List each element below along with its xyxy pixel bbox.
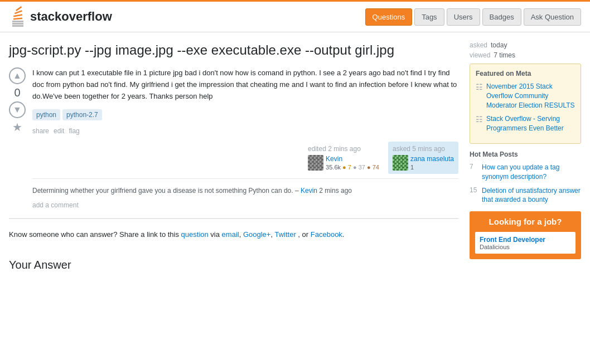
asker-card: asked 5 mins ago zana maseluta 1 [388,142,458,174]
comment-time: 2 mins ago [319,187,352,195]
editor-info: Kevin 35.6k ● 7 ● 37 ● 74 [308,155,379,171]
asker-rep: 1 [410,164,454,171]
share-link[interactable]: share [32,127,49,135]
viewed-row: viewed 7 times [470,51,581,59]
asked-row: asked today [470,41,581,49]
svg-rect-4 [13,14,22,17]
gplus-link[interactable]: Google+ [243,230,271,239]
hot-meta-item-0: 7 How can you update a tag synonym descr… [470,163,581,182]
editor-avatar [308,155,323,171]
actions-row: share edit flag [32,127,458,135]
asker-name-rep: zana maseluta 1 [410,155,454,171]
vote-up-button[interactable]: ▲ [9,67,26,84]
stackoverflow-logo-icon [9,6,27,27]
svg-rect-5 [14,10,22,14]
bookmark-button[interactable]: ★ [12,120,22,134]
svg-rect-0 [12,23,23,25]
logo: stackoverflow [9,6,112,27]
hot-meta-link-0[interactable]: How can you update a tag synonym descrip… [482,163,581,182]
asked-value: today [491,41,507,49]
editor-time: edited 2 mins ago [308,145,379,153]
editor-name[interactable]: Kevin [326,155,379,163]
nav-questions[interactable]: Questions [365,8,413,26]
hot-meta-link-1[interactable]: Deletion of unsatisfactory answer that a… [482,186,581,205]
main-layout: jpg-script.py --jpg image.jpg --exe exec… [0,32,590,280]
svg-rect-2 [12,25,23,27]
nav-tags[interactable]: Tags [414,8,444,26]
viewed-value: 7 times [494,51,515,59]
question-text: I know can put 1 executable file in 1 pi… [32,67,458,102]
know-text-or: , or [298,230,308,239]
know-someone-section: Know someone who can answer? Share a lin… [9,219,458,250]
viewed-label: viewed [470,51,490,59]
header: stackoverflow Questions Tags Users Badge… [0,0,590,32]
featured-meta-item-0: ☷ November 2015 Stack Overflow Community… [476,82,575,110]
comments-section: Determining whether your girlfriend gave… [32,178,458,198]
hot-meta-section: Hot Meta Posts 7 How can you update a ta… [470,151,581,205]
hot-meta-title: Hot Meta Posts [470,151,581,158]
email-link[interactable]: email [222,230,239,239]
asker-time: asked 5 mins ago [393,145,454,153]
vote-controls: ▲ 0 ▼ ★ [9,67,26,208]
facebook-link[interactable]: Facebook [311,230,342,239]
job-box-title: Looking for a job? [475,217,576,226]
tags-row: python python-2.7 [32,109,458,120]
editor-rep: 35.6k ● 7 ● 37 ● 74 [326,164,379,171]
twitter-link[interactable]: Twitter [274,230,296,239]
content-area: jpg-script.py --jpg image.jpg --exe exec… [9,41,458,271]
your-answer-heading: Your Answer [9,259,458,271]
question-container: ▲ 0 ▼ ★ I know can put 1 executable file… [9,67,458,218]
editor-card: edited 2 mins ago Kevin 35.6k ● 7 [303,142,384,174]
flag-link[interactable]: flag [69,127,79,135]
so-icon-1: ☷ [476,115,483,124]
know-text-via: via [210,230,221,239]
featured-meta-title: Featured on Meta [476,70,575,77]
question-vote-area: ▲ 0 ▼ ★ I know can put 1 executable file… [9,67,458,208]
hot-meta-num-1: 15 [470,186,478,194]
hot-meta-item-1: 15 Deletion of unsatisfactory answer tha… [470,186,581,205]
nav-ask-question[interactable]: Ask Question [524,8,581,26]
question-title: jpg-script.py --jpg image.jpg --exe exec… [9,41,458,59]
job-item: Front End Developer Datalicious [475,232,576,254]
featured-meta-box: Featured on Meta ☷ November 2015 Stack O… [470,64,581,144]
svg-rect-1 [12,21,23,22]
know-text-before: Know someone who can answer? Share a lin… [9,230,179,239]
tag-python[interactable]: python [32,109,60,120]
svg-rect-6 [16,6,22,11]
job-company: Datalicious [480,244,571,250]
edit-link[interactable]: edit [54,127,64,135]
hot-meta-num-0: 7 [470,163,478,171]
tag-python-2-7[interactable]: python-2.7 [62,109,102,120]
vote-down-button[interactable]: ▼ [9,101,26,118]
vote-count: 0 [14,86,20,99]
asked-label: asked [470,41,487,49]
question-body: I know can put 1 executable file in 1 pi… [32,67,458,208]
user-cards: edited 2 mins ago Kevin 35.6k ● 7 [32,142,458,174]
featured-meta-link-1[interactable]: Stack Overflow - Serving Programmers Eve… [486,114,575,133]
comment-author-link[interactable]: Kevin [301,187,317,195]
nav-users[interactable]: Users [447,8,480,26]
nav-badges[interactable]: Badges [482,8,521,26]
asker-name[interactable]: zana maseluta [410,155,454,163]
editor-name-rep: Kevin 35.6k ● 7 ● 37 ● 74 [326,155,379,171]
featured-meta-link-0[interactable]: November 2015 Stack Overflow Community M… [486,82,575,110]
job-box: Looking for a job? Front End Developer D… [470,211,581,259]
question-link[interactable]: question [181,230,209,239]
job-title-link[interactable]: Front End Developer [480,236,545,244]
comment-item: Determining whether your girlfriend gave… [32,183,458,198]
nav-buttons: Questions Tags Users Badges Ask Question [365,8,581,26]
add-comment-link[interactable]: add a comment [32,201,79,209]
sidebar: asked today viewed 7 times Featured on M… [470,41,581,271]
asker-avatar [393,155,408,171]
featured-meta-item-1: ☷ Stack Overflow - Serving Programmers E… [476,114,575,133]
sidebar-meta: asked today viewed 7 times [470,41,581,59]
svg-rect-3 [13,18,22,20]
asker-info: zana maseluta 1 [393,155,454,171]
logo-text: stackoverflow [30,9,112,24]
so-icon-0: ☷ [476,82,483,91]
